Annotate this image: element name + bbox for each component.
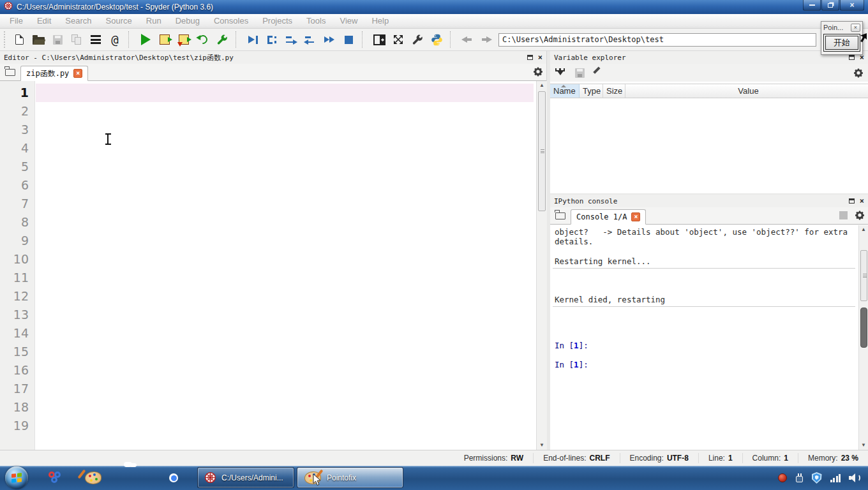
step-into-button[interactable] xyxy=(281,31,301,48)
line-number[interactable]: 16 xyxy=(0,361,34,380)
column-header-type[interactable]: Type xyxy=(580,84,603,98)
menu-help[interactable]: Help xyxy=(364,14,396,28)
undock-icon[interactable] xyxy=(849,55,855,60)
options-gear-icon[interactable] xyxy=(855,211,864,220)
console-output-area[interactable]: object? -> Details about 'object', use '… xyxy=(550,225,858,450)
editor-scroll-thumb[interactable] xyxy=(538,91,546,211)
line-number[interactable]: 15 xyxy=(0,343,34,361)
pointofix-titlebar[interactable]: Poin... × xyxy=(821,22,862,33)
console-scroll-thumb[interactable] xyxy=(860,250,867,301)
menu-source[interactable]: Source xyxy=(99,14,139,28)
line-number[interactable]: 3 xyxy=(0,121,34,139)
save-all-button[interactable] xyxy=(67,31,86,48)
rerun-cell-button[interactable] xyxy=(193,31,213,48)
working-directory-input[interactable] xyxy=(498,33,816,47)
editor-scrollbar[interactable]: ▲ ▼ xyxy=(536,81,547,450)
console-prompt[interactable]: In [1]: xyxy=(555,360,588,369)
console-scroll-thumb-dark[interactable] xyxy=(860,308,867,348)
line-number[interactable]: 6 xyxy=(0,176,34,195)
close-pane-icon[interactable]: × xyxy=(860,197,864,205)
line-number[interactable]: 11 xyxy=(0,269,34,287)
run-file-button[interactable] xyxy=(136,31,155,48)
new-file-button[interactable] xyxy=(10,31,29,48)
forward-button[interactable] xyxy=(477,31,496,48)
volume-icon[interactable] xyxy=(849,473,862,482)
step-return-button[interactable] xyxy=(301,31,320,48)
line-number[interactable]: 19 xyxy=(0,417,34,435)
scroll-up-icon[interactable]: ▲ xyxy=(537,82,547,89)
scroll-down-icon[interactable]: ▼ xyxy=(537,442,547,449)
open-file-button[interactable] xyxy=(29,31,48,48)
line-number[interactable]: 17 xyxy=(0,380,34,398)
menu-run[interactable]: Run xyxy=(139,14,168,28)
configure-run-button[interactable] xyxy=(213,31,232,48)
layout-button[interactable] xyxy=(370,31,389,48)
browse-tabs-icon[interactable] xyxy=(555,212,565,219)
options-gear-icon[interactable] xyxy=(534,67,542,77)
interrupt-kernel-icon[interactable] xyxy=(839,211,848,219)
console-tab[interactable]: Console 1/A × xyxy=(571,209,646,225)
tab-close-icon[interactable]: × xyxy=(73,69,82,78)
recording-indicator-icon[interactable] xyxy=(778,473,787,482)
run-cell-button[interactable] xyxy=(155,31,174,48)
start-button[interactable] xyxy=(5,466,28,489)
scroll-down-icon[interactable]: ▼ xyxy=(859,442,868,449)
line-number[interactable]: 4 xyxy=(0,139,34,158)
security-shield-icon[interactable] xyxy=(812,472,822,484)
undock-icon[interactable] xyxy=(527,55,533,60)
preferences-button[interactable] xyxy=(408,31,427,48)
line-number[interactable]: 2 xyxy=(0,102,34,121)
close-pane-icon[interactable]: × xyxy=(538,54,542,61)
undock-icon[interactable] xyxy=(849,198,855,204)
column-header-value[interactable]: Value xyxy=(625,84,868,98)
line-number[interactable]: 7 xyxy=(0,195,34,213)
menu-file[interactable]: File xyxy=(3,14,30,28)
menu-debug[interactable]: Debug xyxy=(168,14,207,28)
continue-button[interactable] xyxy=(320,31,339,48)
debug-file-button[interactable] xyxy=(243,31,262,48)
column-header-name[interactable]: Name xyxy=(550,84,580,98)
column-header-size[interactable]: Size xyxy=(603,84,625,98)
close-button[interactable]: × xyxy=(840,0,864,11)
toolbar-drag-handle[interactable] xyxy=(4,31,7,48)
safely-remove-hardware-icon[interactable] xyxy=(795,473,804,482)
menu-edit[interactable]: Edit xyxy=(30,14,58,28)
maximize-pane-button[interactable] xyxy=(389,31,408,48)
line-number[interactable]: 1 xyxy=(0,84,34,102)
pointofix-close-button[interactable]: × xyxy=(851,24,860,32)
editor-text-area[interactable] xyxy=(36,81,535,450)
console-scrollbar[interactable]: ▲ ▼ xyxy=(858,225,868,450)
menu-tools[interactable]: Tools xyxy=(299,14,333,28)
taskbar-spyder-button[interactable]: C:/Users/Admini... xyxy=(197,467,294,488)
network-signal-icon[interactable] xyxy=(830,473,841,482)
find-symbol-button[interactable]: @ xyxy=(105,31,124,48)
line-number[interactable]: 14 xyxy=(0,324,34,343)
python-path-button[interactable] xyxy=(427,31,446,48)
debug-cell-button[interactable] xyxy=(262,31,281,48)
options-gear-icon[interactable] xyxy=(854,68,863,78)
editor-tab[interactable]: zip函数.py × xyxy=(20,66,88,81)
menu-projects[interactable]: Projects xyxy=(255,14,299,28)
menu-view[interactable]: View xyxy=(333,14,364,28)
line-number[interactable]: 13 xyxy=(0,306,34,324)
stop-debug-button[interactable] xyxy=(339,31,358,48)
menu-search[interactable]: Search xyxy=(58,14,98,28)
line-number[interactable]: 5 xyxy=(0,158,34,176)
restore-button[interactable] xyxy=(821,0,839,11)
save-data-icon[interactable] xyxy=(575,68,585,78)
line-number[interactable]: 10 xyxy=(0,250,34,269)
outline-button[interactable] xyxy=(86,31,105,48)
browse-tabs-icon[interactable] xyxy=(5,69,15,76)
line-number[interactable]: 9 xyxy=(0,232,34,250)
import-data-icon[interactable] xyxy=(555,68,565,78)
pointofix-start-button[interactable]: 开始 xyxy=(825,36,858,50)
save-file-button[interactable] xyxy=(48,31,67,48)
tab-close-icon[interactable]: × xyxy=(631,212,640,221)
line-number[interactable]: 8 xyxy=(0,213,34,232)
line-number[interactable]: 18 xyxy=(0,398,34,417)
menu-consoles[interactable]: Consoles xyxy=(207,14,255,28)
run-cell-advance-button[interactable] xyxy=(174,31,193,48)
back-button[interactable] xyxy=(458,31,477,48)
minimize-button[interactable] xyxy=(803,0,821,11)
scroll-up-icon[interactable]: ▲ xyxy=(859,226,868,234)
